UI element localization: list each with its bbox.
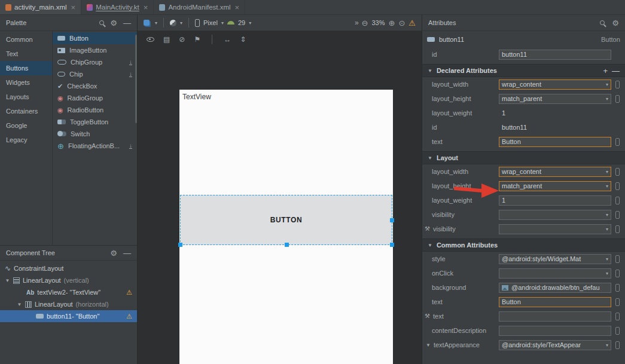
remove-attribute-button[interactable]: — — [612, 67, 620, 75]
tab-mainactivity-kt[interactable]: MainActivity.kt × — [81, 0, 154, 14]
tree-item-linearlayout-vertical[interactable]: ▼ LinearLayout(vertical) — [0, 274, 137, 286]
pick-resource-toggle[interactable] — [615, 298, 620, 306]
theme-icon[interactable] — [170, 20, 176, 26]
id-input[interactable]: button11 — [499, 50, 611, 60]
canvas-selected-button[interactable]: BUTTON — [180, 195, 392, 245]
background-input[interactable]: @android:drawable/btn_defau — [499, 283, 611, 293]
search-icon[interactable] — [600, 20, 605, 25]
resize-handle-bottom[interactable] — [285, 243, 289, 247]
minimize-icon[interactable]: — — [123, 249, 131, 257]
id-value[interactable]: button11 — [499, 124, 527, 131]
tree-item-linearlayout-horizontal[interactable]: ▼ LinearLayout(horizontal) — [0, 298, 137, 310]
zoom-out-icon[interactable]: ⊖ — [362, 19, 368, 27]
visibility-dropdown[interactable]: ▾ — [499, 210, 611, 220]
layout-weight-value[interactable]: 1 — [499, 109, 505, 117]
close-icon[interactable]: × — [235, 4, 240, 11]
textappearance-dropdown[interactable]: @android:style/TextAppear ▾ — [499, 340, 611, 350]
palette-item-togglebutton[interactable]: ToggleButton — [53, 116, 137, 128]
device-selector[interactable]: Pixel — [203, 19, 218, 26]
palette-category-google[interactable]: Google — [0, 118, 52, 133]
expand-arrow-icon[interactable]: ▼ — [5, 278, 10, 283]
palette-category-text[interactable]: Text — [0, 47, 52, 61]
view-options-icon[interactable] — [147, 37, 154, 42]
pick-resource-toggle[interactable] — [615, 341, 620, 349]
align-vertical-icon[interactable]: ⇕ — [240, 36, 246, 43]
palette-item-radiobutton[interactable]: ◉ RadioButton — [53, 104, 137, 116]
pick-resource-toggle[interactable] — [615, 182, 620, 190]
pick-resource-toggle[interactable] — [615, 81, 620, 88]
palette-category-widgets[interactable]: Widgets — [0, 75, 52, 90]
tree-item-constraintlayout[interactable]: ∿ ConstraintLayout — [0, 262, 137, 274]
palette-category-legacy[interactable]: Legacy — [0, 133, 52, 147]
palette-item-chip[interactable]: Chip ↓ — [53, 68, 137, 80]
expand-arrow-icon[interactable]: ▼ — [17, 302, 22, 307]
warnings-icon[interactable]: ⚠ — [408, 19, 416, 27]
palette-item-imagebutton[interactable]: ImageButton — [53, 44, 137, 56]
onclick-dropdown[interactable]: ▾ — [499, 268, 611, 279]
tab-androidmanifest-xml[interactable]: AndroidManifest.xml × — [154, 0, 245, 14]
tools-text-input[interactable] — [499, 311, 611, 322]
pick-resource-toggle[interactable] — [615, 95, 620, 103]
pick-resource-toggle[interactable] — [615, 211, 620, 219]
palette-category-containers[interactable]: Containers — [0, 104, 52, 118]
overflow-chevrons-icon[interactable]: » — [355, 19, 358, 27]
zoom-in-icon[interactable]: ⊕ — [389, 19, 395, 27]
minimize-icon[interactable]: — — [123, 19, 131, 27]
layout-height-dropdown[interactable]: match_parent ▾ — [499, 181, 611, 191]
palette-item-floatingactionbutton[interactable]: ⊕ FloatingActionB... ↓ — [53, 140, 137, 152]
palette-item-checkbox[interactable]: ✔ CheckBox — [53, 80, 137, 92]
tree-item-button11[interactable]: button11- "Button" ⚠ — [0, 310, 137, 322]
add-attribute-button[interactable]: + — [603, 67, 608, 75]
palette-category-common[interactable]: Common — [0, 32, 52, 47]
palette-item-radiogroup[interactable]: ◉ RadioGroup — [53, 92, 137, 104]
canvas-textview[interactable]: TextView — [182, 93, 211, 101]
section-common-attributes[interactable]: ▼ Common Attributes — [422, 238, 625, 252]
pick-resource-toggle[interactable] — [615, 270, 620, 277]
pick-resource-toggle[interactable] — [615, 168, 620, 176]
tools-visibility-dropdown[interactable]: ▾ — [499, 224, 611, 234]
close-icon[interactable]: × — [71, 4, 76, 11]
resize-handle-bottom-left[interactable] — [178, 243, 182, 247]
pick-resource-toggle[interactable] — [615, 255, 620, 263]
resize-handle-bottom-right[interactable] — [390, 243, 394, 247]
zoom-fit-icon[interactable]: ⊙ — [398, 19, 405, 27]
pick-resource-toggle[interactable] — [615, 327, 620, 335]
collapse-triangle-icon[interactable]: ▼ — [426, 342, 431, 348]
chevron-down-icon[interactable]: ▾ — [180, 20, 182, 26]
gear-icon[interactable]: ⚙ — [110, 19, 117, 27]
section-declared-attributes[interactable]: ▼ Declared Attributes + — — [422, 64, 625, 77]
palette-category-layouts[interactable]: Layouts — [0, 90, 52, 104]
api-selector[interactable]: 29 — [238, 19, 245, 26]
device-screen[interactable]: TextView BUTTON — [179, 90, 393, 364]
layout-height-dropdown[interactable]: match_parent ▾ — [499, 94, 611, 104]
section-layout[interactable]: ▼ Layout — [422, 151, 625, 164]
text-input[interactable]: Button — [499, 137, 611, 147]
chevron-down-icon[interactable]: ▾ — [221, 20, 224, 26]
gear-icon[interactable]: ⚙ — [110, 249, 117, 257]
guidelines-icon[interactable]: ⚑ — [194, 36, 200, 43]
tree-item-textview2[interactable]: Ab textView2- "TextView" ⚠ — [0, 286, 137, 298]
layout-weight-input[interactable]: 1 — [499, 195, 611, 206]
pick-resource-toggle[interactable] — [615, 225, 620, 233]
gear-icon[interactable]: ⚙ — [612, 19, 619, 27]
pick-resource-toggle[interactable] — [615, 313, 620, 320]
resize-handle-right[interactable] — [390, 218, 394, 222]
palette-item-switch[interactable]: Switch — [53, 128, 137, 140]
blueprint-icon[interactable]: ▤ — [163, 36, 170, 43]
tab-activity-main-xml[interactable]: activity_main.xml × — [0, 0, 81, 14]
palette-item-button[interactable]: Button — [53, 32, 137, 44]
palette-item-chipgroup[interactable]: ChipGroup ↓ — [53, 56, 137, 68]
contentdescription-input[interactable] — [499, 326, 611, 336]
autoconnect-off-icon[interactable]: ⊘ — [179, 36, 185, 43]
chevron-down-icon[interactable]: ▾ — [249, 20, 251, 26]
design-surface-icon[interactable] — [144, 20, 150, 26]
style-dropdown[interactable]: @android:style/Widget.Mat ▾ — [499, 254, 611, 264]
pick-resource-toggle[interactable] — [615, 197, 620, 204]
align-horizontal-icon[interactable]: ↔ — [224, 36, 231, 43]
palette-category-buttons[interactable]: Buttons — [0, 61, 52, 75]
layout-width-dropdown[interactable]: wrap_content ▾ — [499, 79, 611, 90]
text-input[interactable]: Button — [499, 297, 611, 307]
chevron-down-icon[interactable]: ▾ — [155, 20, 157, 26]
search-icon[interactable] — [99, 20, 104, 25]
layout-width-dropdown[interactable]: wrap_content ▾ — [499, 167, 611, 177]
